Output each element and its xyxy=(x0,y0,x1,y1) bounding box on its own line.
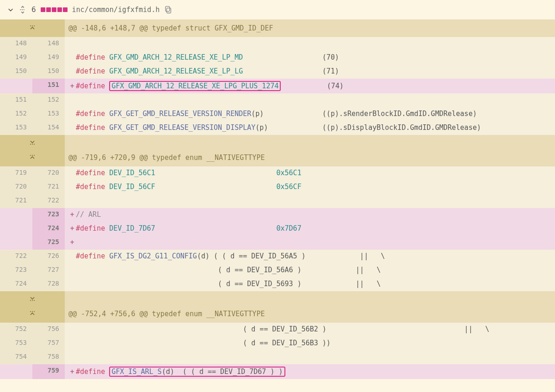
code-content[interactable]: +#define DEV_ID_7D67 0x7D67 xyxy=(65,222,555,236)
new-line-number: 722 xyxy=(32,194,65,208)
hunk-header-text: @@ -719,6 +720,9 @@ typedef enum __NATIV… xyxy=(65,149,555,166)
new-line-number: 151 xyxy=(32,79,65,93)
hunk-header: @@ -719,6 +720,9 @@ typedef enum __NATIV… xyxy=(0,149,555,166)
expand-down-icon xyxy=(27,293,37,303)
hunk-header: @@ -752,4 +756,6 @@ typedef enum __NATIV… xyxy=(0,305,555,323)
code-content[interactable]: +#define GFX_IS_ARL_S(d) ( ( d == DEV_ID… xyxy=(65,364,555,379)
code-content[interactable]: #define GFX_GMD_ARCH_12_RELEASE_XE_LP_MD… xyxy=(65,51,555,65)
old-line-number: 722 xyxy=(0,250,32,263)
diff-line: 752756 ( d == DEV_ID_56B2 ) || \ xyxy=(0,323,555,337)
code-content[interactable]: ( d == DEV_ID_56B2 ) || \ xyxy=(65,323,555,337)
hunk-header-text: @@ -752,4 +756,6 @@ typedef enum __NATIV… xyxy=(65,305,555,323)
unfold-all-icon[interactable] xyxy=(18,6,27,14)
code-content[interactable]: ( d == DEV_ID_56B3 )) xyxy=(65,337,555,350)
expand-up-button[interactable] xyxy=(0,149,65,166)
new-line-number: 150 xyxy=(32,65,65,79)
diff-line: 723+// ARL xyxy=(0,208,555,222)
old-line-number xyxy=(0,208,32,222)
code-content[interactable]: #define GFX_GET_GMD_RELEASE_VERSION_DISP… xyxy=(65,121,555,135)
hunk-header: @@ -148,6 +148,7 @@ typedef struct GFX_G… xyxy=(0,19,555,37)
code-content[interactable]: #define GFX_IS_DG2_G11_CONFIG(d) ( ( d =… xyxy=(65,250,555,263)
change-count: 6 xyxy=(31,6,36,14)
old-line-number: 754 xyxy=(0,350,32,364)
expand-down-button[interactable] xyxy=(0,291,555,305)
diff-line: 722726 #define GFX_IS_DG2_G11_CONFIG(d) … xyxy=(0,250,555,263)
code-content[interactable]: #define GFX_GET_GMD_RELEASE_VERSION_REND… xyxy=(65,107,555,121)
code-content[interactable]: +#define GFX_GMD_ARCH_12_RELEASE_XE_LPG_… xyxy=(65,79,555,93)
new-line-number: 149 xyxy=(32,51,65,65)
old-line-number: 150 xyxy=(0,65,32,79)
diff-line: 721722 xyxy=(0,194,555,208)
code-content[interactable] xyxy=(65,37,555,51)
expand-up-icon xyxy=(27,153,37,163)
code-content[interactable]: ( d == DEV_ID_56A6 ) || \ xyxy=(65,263,555,277)
old-line-number: 153 xyxy=(0,121,32,135)
old-line-number: 148 xyxy=(0,37,32,51)
diff-body: @@ -148,6 +148,7 @@ typedef struct GFX_G… xyxy=(0,19,555,379)
diff-line: 725+ xyxy=(0,236,555,250)
diff-line: 148148 xyxy=(0,37,555,51)
old-line-number: 720 xyxy=(0,180,32,194)
new-line-number: 725 xyxy=(32,236,65,250)
new-line-number: 758 xyxy=(32,350,65,364)
chevron-down-icon[interactable] xyxy=(7,6,14,13)
code-content[interactable]: #define GFX_GMD_ARCH_12_RELEASE_XE_LP_LG… xyxy=(65,65,555,79)
file-path[interactable]: inc/common/igfxfmid.h xyxy=(72,6,160,14)
old-line-number xyxy=(0,79,32,93)
diff-line: 151152 xyxy=(0,93,555,107)
new-line-number: 724 xyxy=(32,222,65,236)
new-line-number: 759 xyxy=(32,364,65,379)
old-line-number xyxy=(0,236,32,250)
hunk-header-text: @@ -148,6 +148,7 @@ typedef struct GFX_G… xyxy=(65,19,555,37)
new-line-number: 148 xyxy=(32,37,65,51)
expand-up-button[interactable] xyxy=(0,305,65,323)
diff-line: 153154 #define GFX_GET_GMD_RELEASE_VERSI… xyxy=(0,121,555,135)
code-content[interactable]: ( d == DEV_ID_5693 ) || \ xyxy=(65,277,555,291)
old-line-number: 152 xyxy=(0,107,32,121)
svg-rect-2 xyxy=(166,6,170,12)
expand-up-icon xyxy=(27,23,37,33)
code-content[interactable] xyxy=(65,93,555,107)
code-content[interactable]: +// ARL xyxy=(65,208,555,222)
code-content[interactable]: #define DEV_ID_56C1 0x56C1 xyxy=(65,166,555,180)
new-line-number: 756 xyxy=(32,323,65,337)
old-line-number: 721 xyxy=(0,194,32,208)
diff-line: 719720 #define DEV_ID_56C1 0x56C1 xyxy=(0,166,555,180)
new-line-number: 723 xyxy=(32,208,65,222)
diff-line: 150150 #define GFX_GMD_ARCH_12_RELEASE_X… xyxy=(0,65,555,79)
diff-line: 724+#define DEV_ID_7D67 0x7D67 xyxy=(0,222,555,236)
diff-line: 152153 #define GFX_GET_GMD_RELEASE_VERSI… xyxy=(0,107,555,121)
expand-down-icon xyxy=(27,137,37,147)
code-content[interactable]: #define DEV_ID_56CF 0x56CF xyxy=(65,180,555,194)
new-line-number: 726 xyxy=(32,250,65,263)
diff-line: 753757 ( d == DEV_ID_56B3 )) xyxy=(0,337,555,350)
new-line-number: 154 xyxy=(32,121,65,135)
new-line-number: 152 xyxy=(32,93,65,107)
old-line-number: 752 xyxy=(0,323,32,337)
code-content[interactable] xyxy=(65,194,555,208)
old-line-number: 151 xyxy=(0,93,32,107)
new-line-number: 153 xyxy=(32,107,65,121)
diff-line: 720721 #define DEV_ID_56CF 0x56CF xyxy=(0,180,555,194)
new-line-number: 727 xyxy=(32,263,65,277)
diff-line: 723727 ( d == DEV_ID_56A6 ) || \ xyxy=(0,263,555,277)
diff-line: 149149 #define GFX_GMD_ARCH_12_RELEASE_X… xyxy=(0,51,555,65)
copy-path-icon[interactable] xyxy=(164,6,173,14)
old-line-number: 723 xyxy=(0,263,32,277)
expand-up-button[interactable] xyxy=(0,19,65,37)
old-line-number: 719 xyxy=(0,166,32,180)
diff-line: 724728 ( d == DEV_ID_5693 ) || \ xyxy=(0,277,555,291)
diff-stat-squares xyxy=(41,7,68,12)
new-line-number: 757 xyxy=(32,337,65,350)
old-line-number: 724 xyxy=(0,277,32,291)
expand-down-button[interactable] xyxy=(0,135,555,149)
old-line-number xyxy=(0,364,32,379)
new-line-number: 728 xyxy=(32,277,65,291)
old-line-number: 753 xyxy=(0,337,32,350)
old-line-number xyxy=(0,222,32,236)
code-content[interactable] xyxy=(65,350,555,364)
svg-rect-1 xyxy=(167,8,171,13)
code-content[interactable]: + xyxy=(65,236,555,250)
diff-line: 759+#define GFX_IS_ARL_S(d) ( ( d == DEV… xyxy=(0,364,555,379)
diff-line: 754758 xyxy=(0,350,555,364)
